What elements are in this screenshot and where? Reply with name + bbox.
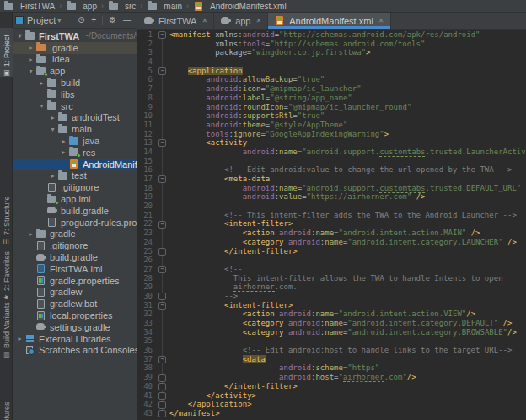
fold-marker-icon[interactable] <box>158 248 166 256</box>
fold-marker-icon[interactable] <box>158 293 166 300</box>
stripe-item-favorites[interactable]: ★2: Favorites <box>0 250 13 301</box>
fold-marker-icon[interactable]: − <box>158 139 166 147</box>
code-line[interactable]: <intent-filter> <box>169 301 526 310</box>
fold-marker-icon[interactable] <box>158 374 166 382</box>
editor-tab-firsttwa[interactable]: FirstTWA✕ <box>137 13 214 29</box>
code-line[interactable] <box>169 57 526 67</box>
tree-item-build-gradle[interactable]: build.gradle <box>13 205 137 217</box>
stripe-item-captures[interactable]: Captures <box>0 392 13 420</box>
code-line[interactable]: <!-- Edit android:value to change the ur… <box>169 165 526 175</box>
tree-item-res[interactable]: ▸res <box>13 147 137 159</box>
tree-item-scratches-and-consoles[interactable]: Scratches and Consoles <box>13 345 137 357</box>
chevron-collapsed-icon[interactable]: ▸ <box>48 114 57 121</box>
settings-icon[interactable]: ⚙ <box>109 16 116 24</box>
fold-marker-icon[interactable] <box>158 392 166 400</box>
close-tab-icon[interactable]: ✕ <box>201 17 207 24</box>
chevron-collapsed-icon[interactable]: ▸ <box>15 335 24 342</box>
tree-item-gradle[interactable]: ▸gradle <box>13 229 137 240</box>
code-line[interactable]: android:label="@string/app_name" <box>169 94 526 103</box>
close-tab-icon[interactable]: ✕ <box>378 17 384 24</box>
code-line[interactable]: <application <box>169 67 526 76</box>
code-line[interactable]: <intent-filter> <box>169 219 526 229</box>
fold-marker-icon[interactable]: − <box>158 302 166 310</box>
code-line[interactable]: android:name="android.support.customtabs… <box>169 184 526 193</box>
code-line[interactable]: <!-- <box>169 265 526 274</box>
tree-item-gradlew[interactable]: gradlew <box>13 287 137 299</box>
code-line[interactable]: android:roundIcon="@mipmap/ic_launcher_r… <box>169 103 526 112</box>
stripe-item-structure[interactable]: ☰7: Structure <box>0 193 13 245</box>
tree-item-local-properties[interactable]: local.properties <box>13 310 137 321</box>
tree-item-firsttwa[interactable]: ▾FirstTWA~/Documents/w <box>13 30 137 42</box>
code-line[interactable]: package="wingdoor.co.jp.firsttwa"> <box>169 48 526 57</box>
breadcrumb-item[interactable]: main <box>147 2 182 11</box>
tree-item--gradle[interactable]: ▸.gradle <box>13 42 137 54</box>
editor-body[interactable]: 1234567891011121314151617181920212223242… <box>137 30 526 420</box>
tree-item-external-libraries[interactable]: ▸External Libraries <box>13 333 137 345</box>
code-line[interactable]: <!-- Edit android:host to handle links t… <box>169 346 526 355</box>
code-line[interactable]: <category android:name="android.intent.c… <box>169 238 526 247</box>
code-line[interactable]: android:name="android.support.customtabs… <box>169 148 526 157</box>
breadcrumb-item[interactable]: src <box>108 2 136 11</box>
code-line[interactable]: <meta-data <box>169 175 526 184</box>
chevron-expanded-icon[interactable]: ▾ <box>15 32 24 40</box>
tree-item--gitignore[interactable]: .gitignore <box>13 240 137 251</box>
fold-marker-icon[interactable] <box>158 383 166 390</box>
chevron-collapsed-icon[interactable]: ▸ <box>26 56 35 63</box>
code-line[interactable]: airhorner.com. <box>169 283 526 292</box>
chevron-collapsed-icon[interactable]: ▸ <box>59 137 68 145</box>
code-line[interactable]: android:allowBackup="true" <box>169 75 526 84</box>
chevron-collapsed-icon[interactable]: ▸ <box>37 79 46 87</box>
code-line[interactable]: </application> <box>169 400 526 409</box>
fold-marker-icon[interactable]: − <box>158 67 166 75</box>
fold-marker-icon[interactable] <box>158 401 166 409</box>
tree-item-firsttwa-iml[interactable]: FirstTWA.iml <box>13 263 137 275</box>
tree-item-gradlew-bat[interactable]: gradlew.bat <box>13 298 137 310</box>
code-line[interactable]: <action android:name="android.intent.act… <box>169 310 526 319</box>
code-line[interactable]: android:icon="@mipmap/ic_launcher" <box>169 84 526 94</box>
tree-item-app[interactable]: ▾app <box>13 65 137 77</box>
code-line[interactable]: <action android:name="android.intent.act… <box>169 229 526 238</box>
code-line[interactable] <box>169 157 526 166</box>
chevron-collapsed-icon[interactable]: ▸ <box>59 148 68 156</box>
project-view-selector[interactable]: Project <box>27 15 56 25</box>
code-line[interactable]: <activity <box>169 138 526 148</box>
fold-marker-icon[interactable]: − <box>158 221 166 229</box>
code-line[interactable]: android:value="https://airhorner.com" /> <box>169 192 526 202</box>
code-line[interactable]: <category android:name="android.intent.c… <box>169 319 526 328</box>
chevron-collapsed-icon[interactable]: ▸ <box>48 172 57 180</box>
editor-tab-androidmanifest-xml[interactable]: AndroidManifest.xml✕ <box>268 13 390 29</box>
tree-item-proguard-rules-pro[interactable]: proguard-rules.pro <box>13 217 137 229</box>
code-line[interactable]: </intent-filter> <box>169 382 526 391</box>
code-line[interactable]: xmlns:tools="http://schemas.android.com/… <box>169 40 526 49</box>
tree-item-build[interactable]: ▸build <box>13 77 137 89</box>
tree-item-main[interactable]: ▾main <box>13 123 137 135</box>
collapse-all-icon[interactable]: ÷ <box>92 16 97 24</box>
code-line[interactable]: </manifest> <box>169 409 526 418</box>
code-line[interactable]: </intent-filter> <box>169 247 526 256</box>
fold-marker-icon[interactable]: − <box>158 31 166 39</box>
close-tab-icon[interactable]: ✕ <box>255 17 261 24</box>
tree-item-androidmanifest[interactable]: AndroidManifest <box>13 159 137 170</box>
chevron-collapsed-icon[interactable]: ▸ <box>26 230 35 238</box>
tree-item--gitignore[interactable]: .gitignore <box>13 181 137 193</box>
breadcrumb-item[interactable]: AndroidManifest.xml <box>193 2 287 11</box>
fold-marker-icon[interactable]: − <box>158 175 166 183</box>
code-line[interactable]: <manifest xmlns:android="http://schemas.… <box>169 30 526 40</box>
chevron-expanded-icon[interactable]: ▾ <box>48 126 57 133</box>
tree-item-libs[interactable]: libs <box>13 89 137 100</box>
code-line[interactable]: android:supportsRtl="true" <box>169 111 526 121</box>
breadcrumb-item[interactable]: app <box>66 2 97 11</box>
tree-item-settings-gradle[interactable]: settings.gradle <box>13 321 137 333</box>
fold-marker-icon[interactable]: − <box>158 356 166 363</box>
chevron-down-icon[interactable]: ▾ <box>57 17 61 24</box>
chevron-expanded-icon[interactable]: ▾ <box>26 67 35 75</box>
chevron-expanded-icon[interactable]: ▾ <box>37 102 46 110</box>
code-line[interactable]: android:theme="@style/AppTheme" <box>169 121 526 130</box>
fold-marker-icon[interactable]: − <box>158 266 166 273</box>
code-line[interactable] <box>169 256 526 265</box>
chevron-collapsed-icon[interactable]: ▸ <box>26 44 35 51</box>
tree-item--idea[interactable]: ▸.idea <box>13 54 137 66</box>
tree-item-java[interactable]: ▸java <box>13 135 137 147</box>
code-line[interactable]: This intent-filter allows the TWA to han… <box>169 274 526 283</box>
code-line[interactable]: android:scheme="https" <box>169 363 526 373</box>
